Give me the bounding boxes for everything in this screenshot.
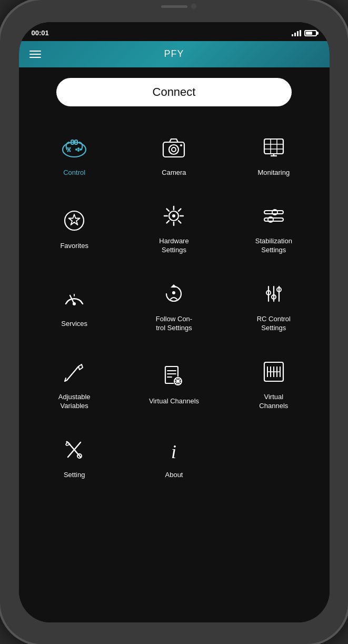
rc-control-icon (257, 277, 291, 311)
favorites-icon (57, 204, 91, 237)
svg-point-8 (77, 150, 79, 152)
svg-point-26 (172, 214, 175, 217)
virtual-channels-label: VirtualChannels (259, 393, 288, 411)
menu-item-virtual-channels[interactable]: VirtualChannels (226, 346, 321, 419)
hardware-settings-icon (157, 199, 191, 233)
menu-item-control[interactable]: Control (27, 122, 122, 186)
svg-point-2 (67, 147, 69, 148)
status-icons (292, 30, 317, 36)
hamburger-menu[interactable] (29, 51, 41, 58)
svg-point-14 (172, 147, 176, 152)
svg-text:i: i (171, 441, 176, 462)
svg-rect-27 (264, 211, 283, 214)
status-time: 00:01 (32, 29, 49, 37)
speaker (161, 5, 187, 8)
app-title: PFY (164, 48, 184, 60)
menu-item-adjustable-vars[interactable]: AdjustableVariables (27, 346, 122, 419)
adjustable-vars-icon (57, 355, 91, 389)
menu-item-profile[interactable]: Virtual Channels (127, 346, 221, 419)
svg-point-4 (67, 150, 69, 152)
svg-point-13 (169, 145, 178, 154)
about-label: About (165, 471, 183, 480)
rc-control-label: RC ControlSettings (257, 315, 291, 333)
phone-frame: 00:01 PFY (0, 0, 348, 644)
profile-icon (157, 359, 191, 393)
stabilization-settings-icon (257, 199, 291, 233)
monitoring-icon (257, 131, 291, 164)
menu-item-stabilization-settings[interactable]: StabilizationSettings (226, 191, 321, 263)
menu-item-hardware-settings[interactable]: HardwareSettings (127, 191, 221, 263)
menu-item-favorites[interactable]: Favorites (27, 191, 122, 263)
hamburger-line-1 (29, 51, 41, 52)
stabilization-settings-label: StabilizationSettings (255, 237, 292, 255)
hardware-settings-label: HardwareSettings (159, 237, 188, 255)
menu-item-rc-control[interactable]: RC ControlSettings (226, 269, 321, 341)
setting-label: Setting (64, 471, 85, 480)
setting-icon (57, 433, 91, 467)
control-icon (57, 131, 91, 164)
signal-icon (292, 30, 301, 36)
svg-point-15 (180, 144, 182, 146)
top-bar: PFY (19, 41, 330, 67)
front-camera (191, 4, 196, 9)
services-icon (57, 282, 91, 315)
phone-screen: 00:01 PFY (19, 22, 330, 622)
follow-control-label: Follow Con-trol Settings (156, 315, 192, 333)
svg-marker-36 (171, 284, 177, 288)
svg-point-9 (75, 148, 77, 151)
menu-grid: Control Camera (27, 122, 321, 488)
menu-item-follow-control[interactable]: Follow Con-trol Settings (127, 269, 221, 341)
profile-label: Virtual Channels (149, 397, 199, 406)
svg-point-32 (73, 302, 76, 305)
favorites-label: Favorites (60, 242, 88, 251)
svg-point-37 (172, 291, 175, 294)
services-label: Services (61, 320, 87, 329)
connect-button[interactable]: Connect (56, 78, 291, 106)
control-label: Control (63, 169, 85, 177)
camera-label: Camera (162, 169, 186, 177)
menu-item-about[interactable]: i About (127, 424, 221, 488)
menu-item-camera[interactable]: Camera (127, 122, 221, 186)
monitoring-label: Monitaring (257, 169, 290, 177)
svg-rect-16 (264, 139, 283, 154)
svg-point-1 (68, 148, 70, 151)
svg-point-6 (77, 147, 79, 150)
camera-icon (157, 131, 191, 164)
svg-marker-24 (69, 214, 80, 225)
follow-control-icon (157, 277, 191, 311)
hamburger-line-2 (29, 54, 41, 55)
svg-point-3 (69, 147, 71, 148)
adjustable-vars-label: AdjustableVariables (58, 393, 91, 411)
hamburger-line-3 (29, 57, 41, 58)
svg-point-5 (69, 150, 71, 152)
screen-content: Connect (19, 67, 330, 622)
about-icon: i (157, 433, 191, 467)
status-bar: 00:01 (19, 22, 330, 41)
virtual-channels-icon (257, 355, 291, 389)
menu-item-services[interactable]: Services (27, 269, 122, 341)
battery-icon (304, 30, 317, 36)
menu-item-monitoring[interactable]: Monitaring (226, 122, 321, 186)
menu-item-setting[interactable]: Setting (27, 424, 122, 488)
notch (137, 0, 211, 15)
